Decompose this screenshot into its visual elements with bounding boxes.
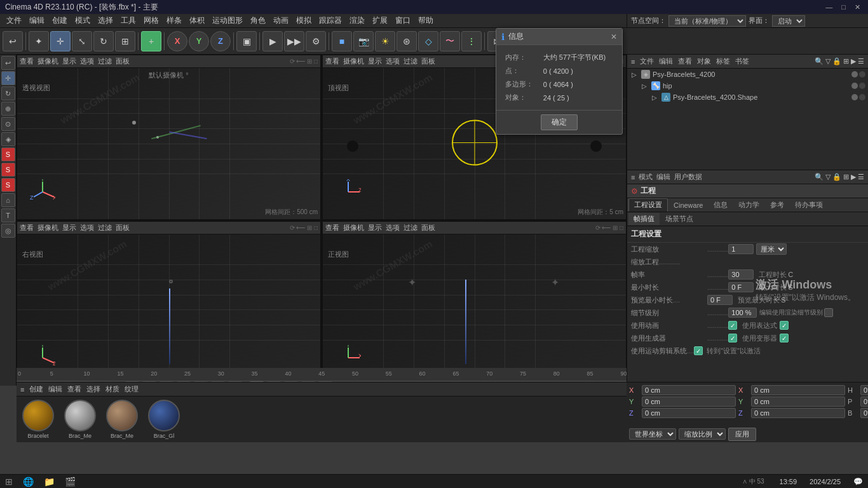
- tree-vis-2[interactable]: [851, 83, 858, 89]
- timeline-ruler[interactable]: 0 5 10 15 20 25 30 35 40 45 50 55 60 65 …: [17, 368, 627, 382]
- tab-cineware[interactable]: Cineware: [668, 200, 708, 210]
- prop-check-expression[interactable]: ✓: [780, 321, 789, 330]
- coord-input-x[interactable]: [642, 385, 736, 395]
- coord-scale-select[interactable]: 缩放比例: [679, 428, 726, 440]
- prop-check-editor-lod[interactable]: [824, 308, 833, 317]
- coord-input-sy[interactable]: [751, 396, 845, 407]
- sidebar-icon-s2[interactable]: S: [1, 163, 15, 177]
- viewport-right[interactable]: 查看 摄像机 显示 选项 过滤 面板 ⟳ ⟵ ⊞ □: [17, 221, 321, 386]
- prop-check-animation[interactable]: ✓: [728, 321, 737, 330]
- sidebar-icon-scale[interactable]: ⊕: [1, 102, 15, 116]
- obj-light-btn[interactable]: ☀: [375, 31, 395, 51]
- maximize-btn[interactable]: □: [839, 3, 848, 11]
- tree-render-3[interactable]: [859, 94, 865, 100]
- menu-animate[interactable]: 动画: [269, 15, 292, 26]
- sidebar-icon-undo[interactable]: ↩: [1, 56, 15, 70]
- prop-input-lod[interactable]: [728, 308, 757, 318]
- viewport-perspective-canvas[interactable]: X Y Z www.CGMXW.com 网格间距：500 cm: [17, 68, 320, 219]
- info-confirm-btn[interactable]: 确定: [541, 114, 578, 130]
- material-item-bracelet[interactable]: Bracelet: [19, 400, 57, 439]
- close-btn[interactable]: ✕: [852, 3, 863, 11]
- browser-btn[interactable]: 🌐: [23, 477, 34, 487]
- menu-spline[interactable]: 样条: [163, 15, 186, 26]
- sidebar-icon-home[interactable]: ⌂: [1, 193, 15, 207]
- menu-mesh[interactable]: 网格: [140, 15, 163, 26]
- menu-volume[interactable]: 体积: [186, 15, 208, 26]
- select-all-btn[interactable]: ▣: [236, 31, 257, 51]
- viewport-perspective[interactable]: 查看 摄像机 显示 选项 过滤 面板 ⟳ ⟵ ⊞ □: [17, 55, 321, 220]
- obj-cam-btn[interactable]: 📷: [353, 31, 374, 51]
- prop-check-motionclip[interactable]: ✓: [694, 346, 703, 355]
- minimize-btn[interactable]: —: [823, 3, 835, 11]
- obj-cube-btn[interactable]: ■: [332, 31, 352, 51]
- tree-item-shape[interactable]: ▷ △ Psy-Bracelets_4200.Shape: [627, 92, 868, 103]
- render-settings-btn[interactable]: ⚙: [306, 31, 326, 51]
- folder-btn[interactable]: 📁: [44, 477, 55, 487]
- coord-system-select[interactable]: 世界坐标: [629, 428, 676, 440]
- x-axis-btn[interactable]: X: [167, 31, 187, 51]
- prop-check-generator[interactable]: ✓: [728, 334, 737, 342]
- viewport-front-canvas[interactable]: X Y ✦ ✦ www.CGMXW.com 网格间距：50 cm 正视图: [323, 234, 626, 386]
- menu-tools[interactable]: 工具: [117, 15, 140, 26]
- prop-input-scale[interactable]: [728, 244, 754, 254]
- menu-mograph[interactable]: 运动图形: [208, 15, 247, 26]
- coord-input-p[interactable]: [860, 396, 868, 407]
- menu-file[interactable]: 文件: [3, 15, 25, 26]
- prop-unit-scale[interactable]: 厘米: [756, 243, 787, 255]
- cinema-btn[interactable]: 🎬: [65, 477, 76, 487]
- menu-select[interactable]: 选择: [94, 15, 117, 26]
- tree-item-root[interactable]: ▷ ◈ Psy-Bracelets_4200: [627, 69, 868, 80]
- scene-tree[interactable]: ▷ ◈ Psy-Bracelets_4200 ▷ 🦴 hip ▷ △ Psy-B…: [627, 69, 868, 170]
- material-item-brac-me1[interactable]: Brac_Me: [61, 400, 99, 439]
- menu-help[interactable]: 帮助: [414, 15, 437, 26]
- cursor-btn[interactable]: ✦: [29, 31, 49, 51]
- coord-input-sz[interactable]: [751, 408, 845, 418]
- menu-edit[interactable]: 编辑: [25, 15, 48, 26]
- coord-input-y[interactable]: [642, 396, 736, 407]
- menu-extend[interactable]: 扩展: [369, 15, 391, 26]
- tree-vis-1[interactable]: [851, 71, 858, 78]
- tab-dynamics[interactable]: 动力学: [733, 199, 764, 211]
- tree-render-1[interactable]: [859, 71, 865, 78]
- obj-deform-btn[interactable]: ⊛: [397, 31, 417, 51]
- coord-input-z[interactable]: [642, 408, 736, 418]
- tree-expand-icon-1[interactable]: ▷: [630, 70, 639, 79]
- subtab-scene[interactable]: 场景节点: [660, 213, 698, 225]
- menu-window[interactable]: 窗口: [391, 15, 414, 26]
- obj-arr-btn[interactable]: ⋮: [461, 31, 482, 51]
- obj-null-btn[interactable]: ◇: [418, 31, 438, 51]
- sidebar-icon-rotate[interactable]: ↻: [1, 86, 15, 100]
- tree-expand-icon-2[interactable]: ▷: [640, 81, 649, 90]
- material-item-brac-gl[interactable]: Brac_Gl: [145, 400, 183, 439]
- tab-reference[interactable]: 参考: [765, 199, 789, 211]
- coord-input-b[interactable]: [860, 408, 868, 418]
- tab-info[interactable]: 信息: [709, 199, 733, 211]
- menu-simulate[interactable]: 模拟: [292, 15, 315, 26]
- menu-character[interactable]: 角色: [247, 15, 269, 26]
- sidebar-icon-circle[interactable]: ◎: [1, 224, 15, 238]
- sidebar-icon-text[interactable]: T: [1, 208, 15, 222]
- obj-spline-btn[interactable]: 〜: [440, 31, 460, 51]
- render-region-btn[interactable]: ▶: [262, 31, 283, 51]
- sidebar-icon-s3[interactable]: S: [1, 178, 15, 192]
- rotate-btn[interactable]: ↻: [93, 31, 114, 51]
- material-item-brac-me2[interactable]: Brac_Me: [103, 400, 141, 439]
- sidebar-icon-view[interactable]: ⊙: [1, 117, 15, 131]
- tab-project-settings[interactable]: 工程设置: [628, 198, 668, 212]
- prop-input-previewmin[interactable]: [707, 295, 733, 305]
- viewport-right-canvas[interactable]: Z Y www.CGMXW.com 网格间距：50 cm 右视图: [17, 234, 320, 386]
- undo-btn[interactable]: ↩: [3, 31, 23, 51]
- y-axis-btn[interactable]: Y: [189, 31, 209, 51]
- prop-check-deformer[interactable]: ✓: [780, 334, 789, 342]
- tree-expand-icon-3[interactable]: ▷: [650, 93, 659, 102]
- win-start-btn[interactable]: ⊞: [5, 477, 13, 487]
- render-view-btn[interactable]: ▶▶: [284, 31, 304, 51]
- tree-item-hip[interactable]: ▷ 🦴 hip: [627, 80, 868, 92]
- menu-create[interactable]: 创建: [48, 15, 71, 26]
- tree-render-2[interactable]: [859, 83, 865, 89]
- tab-todo[interactable]: 待办事项: [790, 199, 828, 211]
- sidebar-icon-move[interactable]: ✛: [1, 71, 15, 85]
- add-btn[interactable]: +: [141, 31, 161, 51]
- move-btn[interactable]: ✛: [50, 31, 71, 51]
- layout-select[interactable]: 启动: [772, 15, 805, 27]
